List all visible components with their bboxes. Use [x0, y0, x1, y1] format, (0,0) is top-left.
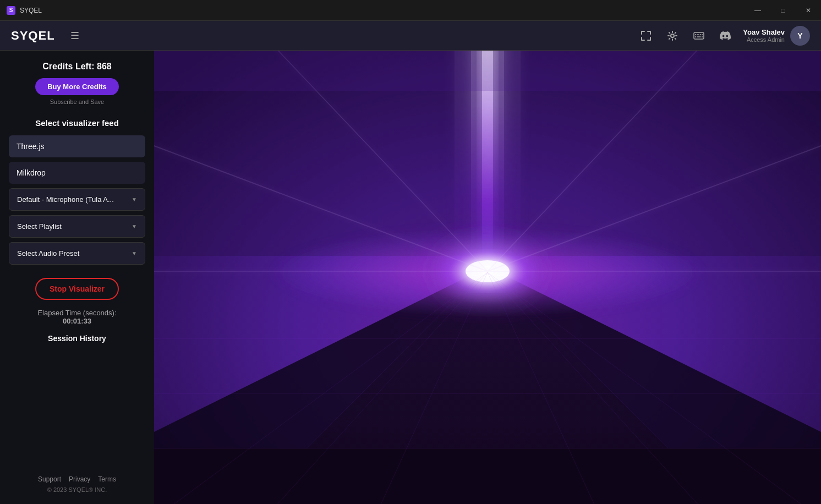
svg-rect-15: [154, 448, 821, 504]
app-icon: S: [7, 6, 15, 15]
stop-visualizer-button[interactable]: Stop Visualizer: [35, 278, 119, 300]
footer-links: Support Privacy Terms: [9, 475, 145, 483]
user-role: Access Admin: [743, 36, 785, 43]
menu-button[interactable]: ☰: [66, 27, 84, 45]
terms-link[interactable]: Terms: [98, 475, 116, 483]
elapsed-label: Elapsed Time (seconds):: [9, 309, 145, 317]
session-history-link[interactable]: Session History: [9, 334, 145, 343]
subscribe-text: Subscribe and Save: [9, 98, 145, 105]
sidebar: Credits Left: 868 Buy More Credits Subsc…: [0, 51, 154, 504]
discord-button[interactable]: [716, 27, 734, 45]
support-link[interactable]: Support: [38, 475, 61, 483]
elapsed-section: Elapsed Time (seconds): 00:01:33: [9, 309, 145, 325]
privacy-link[interactable]: Privacy: [69, 475, 90, 483]
credits-section: Credits Left: 868 Buy More Credits Subsc…: [9, 62, 145, 105]
maximize-button[interactable]: □: [770, 0, 796, 21]
window-controls: — □ ✕: [745, 0, 821, 21]
playlist-label: Select Playlist: [17, 222, 62, 231]
feed-option-threejs[interactable]: Three.js: [9, 135, 145, 157]
visualizer-feed-label: Select visualizer feed: [9, 118, 145, 128]
microphone-arrow-icon: ▼: [132, 196, 137, 202]
microphone-dropdown[interactable]: Default - Microphone (Tula A... ▼: [9, 188, 145, 211]
buy-credits-button[interactable]: Buy More Credits: [35, 78, 119, 95]
svg-rect-1: [694, 32, 704, 39]
logo: SYQEL: [11, 29, 55, 43]
minimize-button[interactable]: —: [745, 0, 770, 21]
audio-preset-label: Select Audio Preset: [17, 249, 79, 258]
copyright: © 2023 SYQEL® INC.: [9, 486, 145, 493]
user-text: Yoav Shalev Access Admin: [743, 28, 785, 43]
avatar[interactable]: Y: [790, 26, 810, 46]
microphone-label: Default - Microphone (Tula A...: [17, 195, 114, 204]
elapsed-time: 00:01:33: [9, 317, 145, 325]
visualizer-area: [154, 51, 821, 504]
audio-preset-dropdown[interactable]: Select Audio Preset ▼: [9, 242, 145, 265]
playlist-dropdown[interactable]: Select Playlist ▼: [9, 215, 145, 238]
user-info: Yoav Shalev Access Admin Y: [743, 26, 810, 46]
visualizer-canvas: [154, 51, 821, 504]
app-container: SYQEL ☰: [0, 21, 821, 504]
main-content: Credits Left: 868 Buy More Credits Subsc…: [0, 51, 821, 504]
settings-button[interactable]: [664, 27, 681, 45]
svg-point-0: [671, 34, 674, 37]
svg-rect-42: [154, 51, 821, 91]
sidebar-footer: Support Privacy Terms © 2023 SYQEL® INC.: [9, 464, 145, 493]
audio-preset-arrow-icon: ▼: [132, 250, 137, 256]
app-title: SYQEL: [20, 7, 42, 14]
close-button[interactable]: ✕: [796, 0, 821, 21]
user-name: Yoav Shalev: [743, 28, 785, 36]
playlist-arrow-icon: ▼: [132, 223, 137, 229]
titlebar: S SYQEL — □ ✕: [0, 0, 821, 21]
feed-option-milkdrop[interactable]: Milkdrop: [9, 162, 145, 184]
header: SYQEL ☰: [0, 21, 821, 51]
fullscreen-button[interactable]: [637, 27, 655, 45]
header-right: Yoav Shalev Access Admin Y: [637, 26, 810, 46]
credits-label: Credits Left: 868: [9, 62, 145, 72]
keyboard-button[interactable]: [690, 27, 708, 45]
